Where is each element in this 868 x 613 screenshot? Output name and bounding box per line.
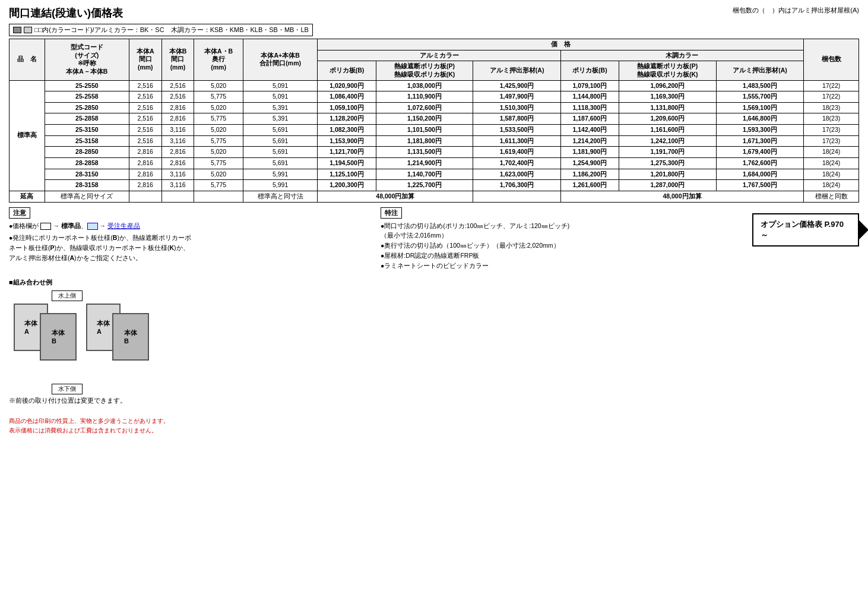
cell-total: 5,691 xyxy=(243,147,318,158)
cell-alumi_oshidashi: 1,706,300円 xyxy=(473,180,560,191)
cell-alumi_netsushadan: 1,225,700円 xyxy=(376,180,473,191)
cell-wood_polica: 1,187,600円 xyxy=(560,113,619,125)
cell-alumi_netsushadan: 1,140,700円 xyxy=(376,169,473,180)
cell-model: 28-3158 xyxy=(45,180,129,191)
table-row: 28-31502,8163,1165,0205,9911,125,100円1,1… xyxy=(9,169,859,180)
cell-hontaiA: 2,516 xyxy=(129,80,161,91)
cell-konpo: 18(24) xyxy=(804,169,859,180)
cell-alumi_oshidashi: 1,533,500円 xyxy=(473,125,560,136)
cell-wood_oshidashi: 1,569,100円 xyxy=(716,102,803,113)
diagram-section: ■組み合わせ例 水上側 本体A 本体B 本体A 本体B 水下側 ※前後の取り付け… xyxy=(9,278,859,405)
cell-alumi_oshidashi: 1,619,400円 xyxy=(473,147,560,158)
notes-center: 特注 ●間口寸法の切り詰め(ポリカ:100㎜ピッチ、アルミ:120㎜ピッチ)（最… xyxy=(381,207,740,271)
cell-wood-polica-enshidaka: 48,000円加算 xyxy=(560,191,803,202)
cell-alumi_netsushadan: 1,150,200円 xyxy=(376,113,473,125)
cell-konpo: 17(23) xyxy=(804,125,859,136)
option-box: オプション価格表 P.970～ xyxy=(752,213,859,247)
cell-wood_oshidashi: 1,671,300円 xyxy=(716,135,803,147)
cell-konpo: 18(23) xyxy=(804,113,859,125)
cell-alumi_polica: 1,121,700円 xyxy=(318,147,376,158)
cell-okuyuki: 5,775 xyxy=(194,91,243,103)
cell-wood_polica: 1,142,400円 xyxy=(560,125,619,136)
cell-konpo: 17(23) xyxy=(804,135,859,147)
table-row: 25-31582,5163,1165,7755,6911,153,900円1,1… xyxy=(9,135,859,147)
cell-wood_oshidashi: 1,593,300円 xyxy=(716,125,803,136)
cell-wood_netsushadan: 1,161,600円 xyxy=(619,125,716,136)
cell-wood_polica: 1,186,200円 xyxy=(560,169,619,180)
cell-model: 28-3150 xyxy=(45,169,129,180)
model-enshidaka: 標準高と同サイズ xyxy=(45,191,129,202)
cell-empty-okuyuki xyxy=(194,191,243,202)
cell-alumi_oshidashi: 1,611,300円 xyxy=(473,135,560,147)
th-netsushadan-alumi: 熱線遮断ポリカ板(P)熱線吸収ポリカ板(K) xyxy=(376,61,473,80)
category-standard: 標準高 xyxy=(9,80,45,191)
cell-alumi-polica-enshidaka: 48,000円加算 xyxy=(318,191,473,202)
cell-wood_oshidashi: 1,483,500円 xyxy=(716,80,803,91)
th-hontaiA: 本体A間口(mm) xyxy=(129,39,161,81)
cell-total: 5,091 xyxy=(243,80,318,91)
cell-hontaiB: 3,116 xyxy=(161,180,194,191)
cell-okuyuki: 5,775 xyxy=(194,158,243,169)
cell-hontaiB: 2,516 xyxy=(161,91,194,103)
cell-alumi_polica: 1,194,500円 xyxy=(318,158,376,169)
cell-wood_netsushadan: 1,242,100円 xyxy=(619,135,716,147)
th-polica-b-alumi: ポリカ板(B) xyxy=(318,61,376,80)
cell-okuyuki: 5,020 xyxy=(194,102,243,113)
cell-okuyuki: 5,775 xyxy=(194,135,243,147)
cell-alumi_oshidashi: 1,623,000円 xyxy=(473,169,560,180)
cell-model: 25-2850 xyxy=(45,102,129,113)
table-row: 28-28502,8162,8165,0205,6911,121,700円1,1… xyxy=(9,147,859,158)
cell-alumi_netsushadan: 1,072,600円 xyxy=(376,102,473,113)
cell-wood_netsushadan: 1,287,000円 xyxy=(619,180,716,191)
cell-alumi_oshidashi: 1,497,900円 xyxy=(473,91,560,103)
table-row: 25-28502,5162,8165,0205,3911,059,100円1,0… xyxy=(9,102,859,113)
category-enshidaka: 延高 xyxy=(9,191,45,202)
footer-notes: 商品の色は印刷の性質上、実物と多少違うことがあります。 表示価格には消費税および… xyxy=(9,417,859,435)
cell-model: 25-3150 xyxy=(45,125,129,136)
page-title: 間口連結(段違い)価格表 xyxy=(9,6,123,20)
cell-model: 25-2858 xyxy=(45,113,129,125)
page-header: 間口連結(段違い)価格表 梱包数の（ ）内はアルミ押出形材屋根(A) xyxy=(9,6,859,20)
cell-total: 5,991 xyxy=(243,180,318,191)
cell-model: 25-2550 xyxy=(45,80,129,91)
cell-total-enshidaka: 標準高と同寸法 xyxy=(243,191,318,202)
table-row: 25-25582,5162,5165,7755,0911,086,400円1,1… xyxy=(9,91,859,103)
cell-alumi_oshidashi: 1,587,800円 xyxy=(473,113,560,125)
cell-wood_polica: 1,118,300円 xyxy=(560,102,619,113)
cell-hontaiB: 3,116 xyxy=(161,135,194,147)
cell-wood_netsushadan: 1,275,300円 xyxy=(619,158,716,169)
label-mizukamigawa: 水上側 xyxy=(52,290,83,301)
cell-hontaiA: 2,516 xyxy=(129,135,161,147)
cell-konpo-enshidaka: 標梱と同数 xyxy=(804,191,859,202)
cell-hontaiA: 2,516 xyxy=(129,102,161,113)
cell-hontaiA: 2,516 xyxy=(129,113,161,125)
cell-alumi_netsushadan: 1,131,500円 xyxy=(376,147,473,158)
cell-hontaiA: 2,516 xyxy=(129,91,161,103)
blue-box-icon xyxy=(87,223,98,230)
cell-hontaiA: 2,816 xyxy=(129,180,161,191)
cell-konpo: 17(22) xyxy=(804,80,859,91)
cell-wood_netsushadan: 1,209,600円 xyxy=(619,113,716,125)
cell-alumi_polica: 1,020,900円 xyxy=(318,80,376,91)
cell-wood_netsushadan: 1,096,200円 xyxy=(619,80,716,91)
label-mizushitagawa: 水下側 xyxy=(52,384,83,394)
th-kakaku: 価 格 xyxy=(318,39,804,50)
th-hinmei: 品 名 xyxy=(9,39,45,81)
note-content-caution: ●価格欄が → 標準品、 → 受注生産品 ●発注時にポリカーボネート板仕様(B)… xyxy=(9,221,369,263)
cell-alumi_polica: 1,082,300円 xyxy=(318,125,376,136)
cell-wood_netsushadan: 1,191,700円 xyxy=(619,147,716,158)
cell-total: 5,991 xyxy=(243,169,318,180)
note-title-special: 特注 xyxy=(381,207,402,219)
cell-alumi_netsushadan: 1,214,900円 xyxy=(376,158,473,169)
cell-alumi-oshidashi-enshidaka xyxy=(473,191,560,202)
th-hontaiB: 本体B間口(mm) xyxy=(161,39,194,81)
cell-alumi_polica: 1,059,100円 xyxy=(318,102,376,113)
cell-hontaiB: 2,816 xyxy=(161,113,194,125)
cell-hontaiB: 3,116 xyxy=(161,125,194,136)
cell-wood_oshidashi: 1,679,400円 xyxy=(716,147,803,158)
cell-alumi_netsushadan: 1,181,800円 xyxy=(376,135,473,147)
th-model: 型式コード(サイズ)※呼称本体A－本体B xyxy=(45,39,129,81)
cell-alumi_netsushadan: 1,038,000円 xyxy=(376,80,473,91)
option-arrow xyxy=(859,220,868,239)
white-box-icon xyxy=(40,223,51,230)
